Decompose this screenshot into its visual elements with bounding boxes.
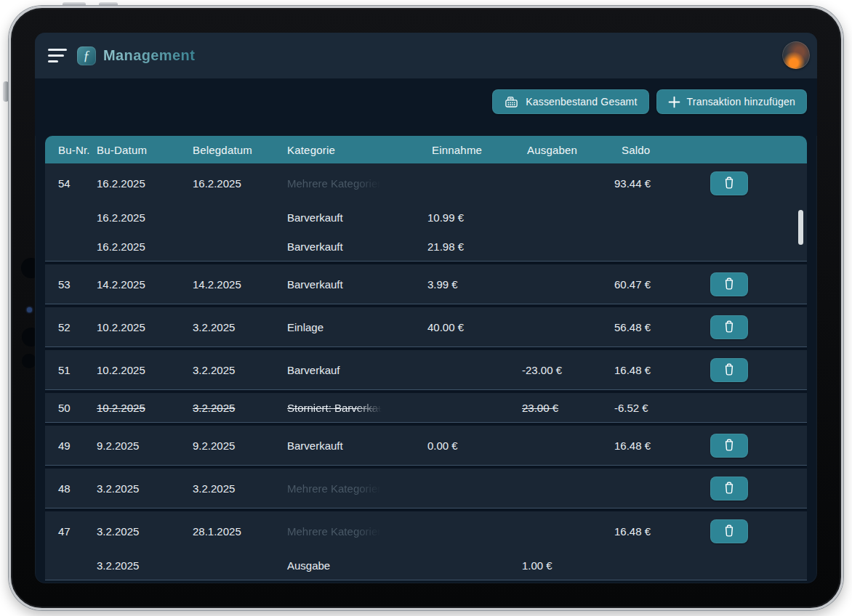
header-kategorie: Kategorie: [287, 144, 427, 156]
cell-kategorie: Barverkauft: [287, 439, 427, 452]
cell-belegdatum: 3.2.2025: [193, 364, 287, 376]
cash-total-button[interactable]: Kassenbestand Gesamt: [492, 89, 648, 114]
trash-icon: [721, 276, 737, 292]
cell-bu-nr: 52: [58, 321, 97, 333]
cell-einnahme: 21.98 €: [427, 240, 522, 253]
delete-button[interactable]: [710, 358, 748, 382]
cell-belegdatum: 28.1.2025: [193, 525, 287, 538]
cell-bu-datum: 10.2.2025: [97, 364, 193, 376]
delete-button[interactable]: [710, 315, 748, 339]
cell-kategorie: Einlage: [287, 321, 427, 333]
cell-bu-datum: 3.2.2025: [97, 525, 193, 538]
table-row[interactable]: 5210.2.20253.2.2025Einlage40.00 €56.48 €: [45, 307, 807, 346]
cell-bu-nr: 51: [58, 364, 97, 376]
transaction-group: 5210.2.20253.2.2025Einlage40.00 €56.48 €: [45, 307, 807, 347]
cell-bu-nr: 53: [58, 278, 97, 291]
delete-button[interactable]: [710, 477, 748, 500]
add-transaction-button[interactable]: Transaktion hinzufügen: [656, 89, 807, 114]
cell-saldo: -6.52 €: [614, 402, 700, 414]
cell-bu-datum: 3.2.2025: [97, 482, 193, 495]
trash-icon: [721, 362, 737, 378]
table-row[interactable]: 473.2.202528.1.2025Mehrere Kategorien16.…: [45, 511, 807, 551]
cell-bu-datum: 16.2.2025: [97, 211, 193, 224]
avatar[interactable]: [782, 41, 810, 69]
cell-belegdatum: 14.2.2025: [193, 278, 287, 291]
transaction-group: 483.2.20253.2.2025Mehrere Kategorien: [45, 469, 807, 508]
plus-icon: [668, 96, 680, 108]
table-header-row: Bu-Nr. Bu-Datum Belegdatum Kategorie Ein…: [45, 136, 807, 163]
table-row[interactable]: 483.2.20253.2.2025Mehrere Kategorien: [45, 469, 807, 508]
cell-belegdatum: 3.2.2025: [193, 482, 287, 495]
scrollbar-thumb[interactable]: [798, 210, 803, 245]
table-row[interactable]: 5010.2.20253.2.2025Storniert: Barverkauf…: [45, 393, 807, 422]
toolbar: Kassenbestand Gesamt Transaktion hinzufü…: [35, 78, 817, 136]
cell-actions: [700, 519, 807, 543]
cell-bu-nr: 54: [58, 177, 97, 190]
header-einnahme: Einnahme: [427, 144, 522, 156]
cell-saldo: 16.48 €: [614, 525, 700, 538]
tablet-frame: ƒ Management Kassenbe: [9, 6, 843, 610]
cell-actions: [700, 358, 807, 382]
cell-kategorie: Barverkauft: [287, 240, 427, 253]
cell-einnahme: 3.99 €: [427, 278, 522, 291]
menu-icon[interactable]: [48, 48, 68, 64]
cell-kategorie: Barverkauft: [287, 278, 427, 291]
delete-button[interactable]: [710, 519, 748, 543]
transaction-group: 5110.2.20253.2.2025Barverkauf-23.00 €16.…: [45, 350, 807, 390]
cell-einnahme: 40.00 €: [427, 321, 522, 333]
delete-button[interactable]: [710, 272, 748, 296]
cell-actions: [700, 272, 807, 296]
cell-actions: [700, 477, 807, 500]
table-subrow[interactable]: 3.2.2025Ausgabe1.00 €: [45, 551, 807, 580]
table-subrow[interactable]: 16.2.2025Barverkauft10.99 €: [45, 203, 807, 232]
cell-saldo: 56.48 €: [614, 321, 700, 333]
trash-icon: [721, 319, 737, 335]
cell-kategorie: Mehrere Kategorien: [287, 525, 382, 538]
cell-bu-datum: 16.2.2025: [97, 177, 193, 190]
cell-saldo: 93.44 €: [614, 177, 700, 190]
cell-belegdatum: 16.2.2025: [193, 177, 287, 190]
camera-indicator-dot: [27, 307, 32, 312]
transaction-group: 473.2.202528.1.2025Mehrere Kategorien16.…: [45, 511, 807, 580]
cell-einnahme: 10.99 €: [427, 211, 522, 224]
delete-button[interactable]: [710, 171, 748, 195]
cell-kategorie: Barverkauf: [287, 364, 427, 376]
cell-ausgaben: -23.00 €: [522, 364, 614, 376]
cell-bu-datum: 10.2.2025: [97, 321, 193, 333]
trash-icon: [721, 523, 737, 539]
cell-actions: [700, 434, 807, 458]
transaction-group: 5416.2.202516.2.2025Mehrere Kategorien93…: [45, 163, 807, 262]
camera-dot: [22, 354, 36, 368]
cell-bu-datum: 14.2.2025: [97, 278, 193, 291]
table-row[interactable]: 5416.2.202516.2.2025Mehrere Kategorien93…: [45, 163, 807, 203]
cell-saldo: 60.47 €: [614, 278, 700, 291]
cell-kategorie: Mehrere Kategorien: [287, 177, 382, 190]
cell-bu-datum: 10.2.2025: [97, 402, 193, 414]
table-row[interactable]: 499.2.20259.2.2025Barverkauft0.00 €16.48…: [45, 426, 807, 465]
cell-ausgaben: 1.00 €: [522, 559, 614, 572]
cell-kategorie: Mehrere Kategorien: [287, 482, 382, 495]
transaction-group: 499.2.20259.2.2025Barverkauft0.00 €16.48…: [45, 426, 807, 466]
trash-icon: [721, 175, 737, 191]
table-row[interactable]: 5314.2.202514.2.2025Barverkauft3.99 €60.…: [45, 264, 807, 304]
add-transaction-label: Transaktion hinzufügen: [687, 96, 795, 108]
delete-button[interactable]: [710, 434, 748, 458]
table-subrow[interactable]: 16.2.2025Barverkauft21.98 €: [45, 232, 807, 261]
app-screen: ƒ Management Kassenbe: [35, 33, 817, 583]
header-bu-nr: Bu-Nr.: [58, 144, 97, 156]
cell-bu-nr: 48: [58, 482, 97, 495]
cash-total-label: Kassenbestand Gesamt: [526, 96, 637, 108]
cell-bu-datum: 9.2.2025: [97, 439, 193, 452]
trash-icon: [721, 480, 737, 496]
tablet-side-button: [3, 81, 9, 102]
trash-icon: [721, 437, 737, 453]
cell-kategorie: Storniert: Barverkauf: [287, 402, 382, 414]
cell-bu-nr: 50: [58, 402, 97, 414]
header-bu-datum: Bu-Datum: [97, 144, 193, 156]
cell-actions: [700, 315, 807, 339]
cash-register-icon: [504, 95, 519, 109]
cell-belegdatum: 3.2.2025: [193, 321, 287, 333]
header-saldo: Saldo: [614, 144, 700, 156]
table-row[interactable]: 5110.2.20253.2.2025Barverkauf-23.00 €16.…: [45, 350, 807, 389]
header-belegdatum: Belegdatum: [193, 144, 287, 156]
